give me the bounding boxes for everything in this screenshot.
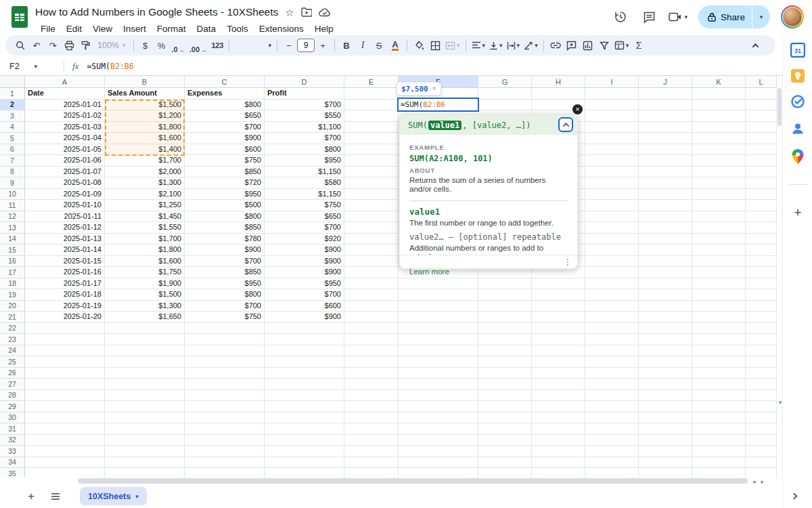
cell-C5[interactable]: $900 bbox=[185, 133, 265, 144]
cell-F24[interactable] bbox=[399, 345, 478, 357]
cell-E10[interactable] bbox=[344, 189, 399, 200]
cell-C18[interactable]: $950 bbox=[185, 278, 265, 290]
collapse-help-button[interactable] bbox=[558, 117, 573, 132]
cell-C3[interactable]: $650 bbox=[185, 110, 265, 122]
cell-F27[interactable] bbox=[399, 379, 478, 390]
cell-B14[interactable]: $1,700 bbox=[105, 234, 185, 245]
cell-A31[interactable] bbox=[25, 423, 105, 435]
cell-C16[interactable]: $700 bbox=[185, 256, 265, 268]
cell-L30[interactable] bbox=[746, 412, 777, 424]
cell-D1[interactable]: Profit bbox=[265, 88, 344, 100]
row-header-22[interactable]: 22 bbox=[0, 323, 25, 335]
move-folder-icon[interactable] bbox=[301, 7, 312, 17]
tasks-icon[interactable] bbox=[790, 93, 806, 110]
cell-K29[interactable] bbox=[692, 401, 746, 412]
cell-H19[interactable] bbox=[532, 289, 585, 301]
menu-format[interactable]: Format bbox=[152, 22, 191, 35]
cell-H33[interactable] bbox=[532, 446, 585, 457]
vertical-scrollbar[interactable] bbox=[777, 76, 782, 478]
cell-K1[interactable] bbox=[692, 88, 746, 100]
comments-icon[interactable] bbox=[640, 8, 658, 26]
menu-extensions[interactable]: Extensions bbox=[254, 22, 309, 35]
cell-E6[interactable] bbox=[344, 144, 399, 156]
cell-D11[interactable]: $750 bbox=[265, 200, 344, 211]
cell-E3[interactable] bbox=[344, 110, 399, 122]
cell-G23[interactable] bbox=[478, 334, 532, 345]
cell-F20[interactable] bbox=[399, 301, 478, 312]
cell-C29[interactable] bbox=[185, 401, 265, 412]
cell-J19[interactable] bbox=[639, 289, 692, 301]
cell-L29[interactable] bbox=[746, 401, 777, 412]
cell-J25[interactable] bbox=[639, 356, 692, 368]
document-title[interactable]: How to Add Numbers in Google Sheets - 10… bbox=[35, 6, 278, 18]
cell-D15[interactable]: $900 bbox=[265, 245, 344, 256]
horizontal-scrollbar[interactable] bbox=[0, 478, 782, 484]
cell-A24[interactable] bbox=[25, 345, 105, 357]
cell-I28[interactable] bbox=[585, 390, 639, 402]
borders-button[interactable] bbox=[427, 37, 443, 54]
cell-I12[interactable] bbox=[585, 211, 639, 223]
cell-J31[interactable] bbox=[639, 423, 692, 435]
cell-L9[interactable] bbox=[746, 177, 777, 189]
cell-J17[interactable] bbox=[639, 267, 692, 278]
column-header-G[interactable]: G bbox=[478, 76, 532, 88]
cell-C15[interactable]: $900 bbox=[185, 245, 265, 256]
cell-E25[interactable] bbox=[344, 356, 399, 368]
cell-K19[interactable] bbox=[692, 289, 746, 301]
cell-J26[interactable] bbox=[639, 368, 692, 379]
italic-button[interactable]: I bbox=[355, 37, 371, 54]
cell-K14[interactable] bbox=[692, 234, 746, 245]
cell-I17[interactable] bbox=[585, 267, 639, 278]
cell-J22[interactable] bbox=[639, 323, 692, 335]
cell-I5[interactable] bbox=[585, 133, 639, 144]
cell-E27[interactable] bbox=[344, 379, 399, 390]
account-avatar[interactable] bbox=[781, 5, 804, 28]
cell-G18[interactable] bbox=[478, 278, 532, 290]
row-header-32[interactable]: 32 bbox=[0, 435, 25, 446]
print-button[interactable] bbox=[61, 37, 77, 54]
cell-K3[interactable] bbox=[692, 110, 746, 122]
cell-A11[interactable]: 2025-01-10 bbox=[25, 200, 105, 211]
cell-E11[interactable] bbox=[344, 200, 399, 211]
help-menu-dots-icon[interactable]: ⋮ bbox=[564, 257, 572, 267]
cell-C13[interactable]: $850 bbox=[185, 222, 265, 234]
cell-A17[interactable]: 2025-01-16 bbox=[25, 267, 105, 278]
share-dropdown[interactable]: ▾ bbox=[752, 5, 770, 28]
cell-E20[interactable] bbox=[344, 301, 399, 312]
cell-J21[interactable] bbox=[639, 312, 692, 323]
sheets-logo-icon[interactable] bbox=[11, 5, 28, 31]
cell-I19[interactable] bbox=[585, 289, 639, 301]
cell-K30[interactable] bbox=[692, 412, 746, 424]
row-header-24[interactable]: 24 bbox=[0, 345, 25, 357]
bold-button[interactable]: B bbox=[338, 37, 355, 54]
name-box[interactable]: F2 ▾ bbox=[0, 57, 60, 75]
cell-A2[interactable]: 2025-01-01 bbox=[25, 100, 105, 111]
cell-F32[interactable] bbox=[399, 435, 478, 446]
cell-D26[interactable] bbox=[265, 368, 344, 379]
cell-H34[interactable] bbox=[532, 457, 585, 469]
cell-C21[interactable]: $750 bbox=[185, 312, 265, 323]
cell-A30[interactable] bbox=[25, 412, 105, 424]
column-header-K[interactable]: K bbox=[692, 76, 746, 88]
star-icon[interactable]: ☆ bbox=[285, 7, 294, 18]
cell-D9[interactable]: $580 bbox=[265, 177, 344, 189]
cell-A22[interactable] bbox=[25, 323, 105, 335]
cell-D10[interactable]: $1,150 bbox=[265, 189, 344, 200]
cell-G34[interactable] bbox=[478, 457, 532, 469]
redo-button[interactable]: ↷ bbox=[45, 37, 61, 54]
cell-A7[interactable]: 2025-01-06 bbox=[25, 155, 105, 167]
cell-J30[interactable] bbox=[639, 412, 692, 424]
cell-L11[interactable] bbox=[746, 200, 777, 211]
cell-D8[interactable]: $1,150 bbox=[265, 167, 344, 178]
insert-chart-button[interactable] bbox=[580, 37, 596, 54]
cell-E34[interactable] bbox=[344, 457, 399, 469]
cell-C20[interactable]: $700 bbox=[185, 301, 265, 312]
cell-K13[interactable] bbox=[692, 222, 746, 234]
decrease-decimal-button[interactable]: .0← bbox=[170, 37, 187, 54]
cell-B19[interactable]: $1,500 bbox=[105, 289, 185, 301]
cell-L15[interactable] bbox=[746, 245, 777, 256]
cell-E9[interactable] bbox=[344, 177, 399, 189]
cell-B33[interactable] bbox=[105, 446, 185, 457]
cell-D31[interactable] bbox=[265, 423, 344, 435]
cell-B27[interactable] bbox=[105, 379, 185, 390]
